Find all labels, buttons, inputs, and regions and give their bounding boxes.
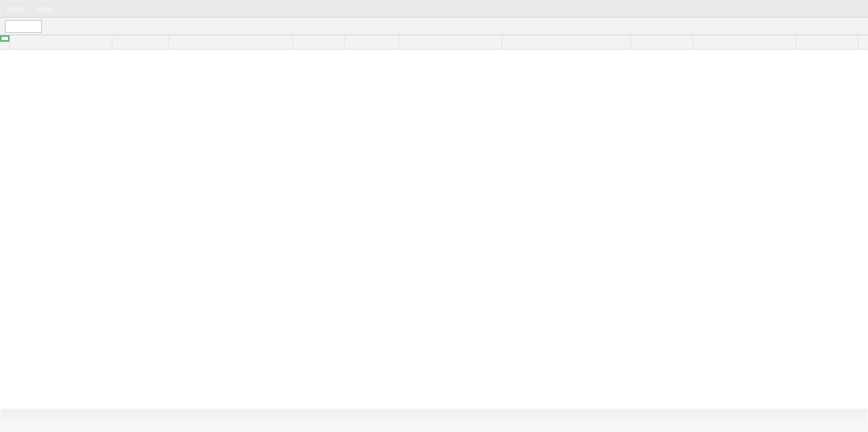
- grid[interactable]: [0, 50, 868, 410]
- workbook-tab-2[interactable]: [34, 6, 55, 10]
- select-all-corner[interactable]: [0, 35, 10, 49]
- sheet-area[interactable]: [0, 35, 868, 421]
- name-box[interactable]: [5, 20, 42, 33]
- status-bar: [0, 410, 868, 421]
- add-tab-button[interactable]: [63, 3, 74, 14]
- workbook-tab-1[interactable]: [5, 6, 26, 10]
- col-header-F[interactable]: [399, 35, 502, 49]
- col-header-A[interactable]: [10, 35, 113, 49]
- column-header-row: [0, 35, 868, 50]
- title-bar: [0, 0, 868, 18]
- col-header-H[interactable]: [631, 35, 694, 49]
- toolbar: [0, 18, 868, 35]
- col-header-B[interactable]: [113, 35, 169, 49]
- col-header-E[interactable]: [345, 35, 399, 49]
- col-header-D[interactable]: [293, 35, 345, 49]
- col-header-C[interactable]: [169, 35, 293, 49]
- col-header-J[interactable]: [796, 35, 858, 49]
- col-header-G[interactable]: [502, 35, 631, 49]
- col-header-I[interactable]: [694, 35, 796, 49]
